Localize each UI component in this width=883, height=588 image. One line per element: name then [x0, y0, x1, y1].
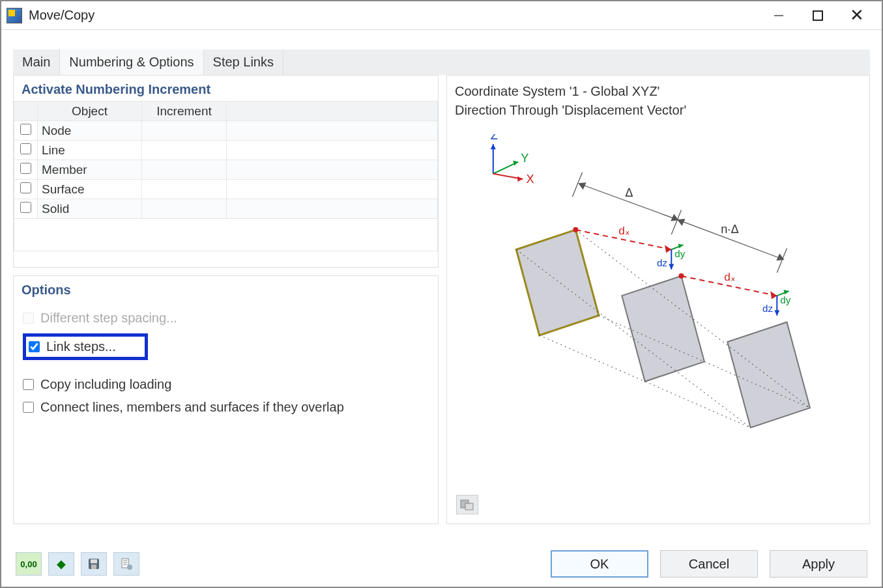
preview-panel: Coordinate System '1 - Global XYZ' Direc… — [446, 75, 870, 524]
check-diff-step — [23, 313, 34, 324]
table-row: Solid — [14, 199, 438, 219]
preview-settings-icon[interactable] — [456, 495, 478, 514]
row-label: Member — [38, 160, 142, 180]
table-row: Line — [14, 141, 438, 160]
svg-marker-3 — [513, 161, 518, 166]
col-increment: Increment — [142, 102, 227, 121]
row-inc[interactable] — [142, 199, 227, 219]
row-check-solid[interactable] — [20, 202, 31, 213]
preview-line2: Direction Through 'Displacement Vector' — [455, 101, 861, 120]
opt-diff-step: Different step spacing... — [23, 307, 429, 329]
check-link-steps[interactable] — [29, 341, 40, 352]
svg-marker-24 — [665, 245, 671, 253]
svg-marker-14 — [777, 254, 783, 260]
list-button[interactable] — [113, 552, 139, 576]
opt-connect[interactable]: Connect lines, members and surfaces if t… — [23, 396, 429, 419]
label-diff-step: Different step spacing... — [40, 311, 177, 326]
window-title: Move/Copy — [29, 8, 94, 23]
label-connect: Connect lines, members and surfaces if t… — [40, 400, 344, 415]
tab-main[interactable]: Main — [13, 49, 60, 75]
titlebar: Move/Copy ✕ — [1, 1, 882, 30]
col-object: Object — [38, 102, 142, 121]
options-title: Options — [14, 276, 438, 301]
axis-y: Y — [521, 151, 528, 165]
lbl-dx1: dₓ — [618, 224, 630, 237]
lbl-dy1: dy — [674, 248, 685, 259]
label-copy-loading: Copy including loading — [40, 377, 171, 392]
row-label: Node — [38, 121, 142, 141]
bottom-bar: 0,00 ◆ OK Cancel Apply — [1, 541, 882, 587]
preview-diagram: Z Y X Δ n·Δ — [454, 134, 863, 477]
svg-point-35 — [678, 273, 684, 279]
check-connect[interactable] — [23, 402, 34, 413]
svg-point-45 — [127, 565, 132, 570]
numbering-table: Object Increment Node Line Member — [14, 101, 438, 251]
row-check-node[interactable] — [20, 124, 31, 135]
table-row: Node — [14, 121, 438, 141]
svg-marker-5 — [517, 176, 523, 182]
dim-delta: Δ — [625, 186, 633, 199]
svg-point-34 — [573, 227, 578, 232]
lbl-dx2: dₓ — [724, 270, 736, 283]
opt-link-steps[interactable]: Link steps... — [23, 329, 429, 364]
decimals-button[interactable]: 0,00 — [16, 552, 42, 576]
svg-marker-11 — [579, 183, 585, 189]
numbering-panel: Activate Numbering Increment Object Incr… — [13, 75, 439, 268]
axis-z: Z — [491, 134, 498, 142]
tab-strip: Main Numbering & Options Step Links — [13, 49, 870, 75]
svg-marker-33 — [774, 310, 779, 315]
table-row: Surface — [14, 180, 438, 199]
apply-button[interactable]: Apply — [770, 550, 867, 578]
link-steps-highlight: Link steps... — [23, 333, 148, 360]
save-button[interactable] — [81, 552, 107, 576]
row-label: Solid — [38, 199, 142, 219]
row-inc[interactable] — [142, 141, 227, 160]
row-check-member[interactable] — [20, 163, 31, 174]
check-copy-loading[interactable] — [23, 379, 34, 390]
window-controls: ✕ — [759, 3, 876, 29]
svg-marker-29 — [669, 264, 674, 270]
svg-marker-16 — [622, 276, 704, 382]
svg-marker-25 — [770, 291, 777, 299]
row-label: Surface — [38, 180, 142, 199]
preview-line1: Coordinate System '1 - Global XYZ' — [455, 82, 861, 101]
svg-marker-17 — [727, 322, 810, 428]
close-button[interactable]: ✕ — [837, 3, 876, 29]
numbering-title: Activate Numbering Increment — [14, 76, 438, 101]
maximize-button[interactable] — [798, 3, 837, 29]
row-inc[interactable] — [142, 180, 227, 199]
tab-numbering-options[interactable]: Numbering & Options — [60, 49, 203, 75]
label-link-steps: Link steps... — [46, 339, 116, 354]
svg-line-10 — [777, 248, 787, 272]
tab-step-links[interactable]: Step Links — [204, 49, 283, 75]
app-icon — [7, 8, 22, 23]
svg-marker-15 — [516, 230, 599, 335]
table-row: Member — [14, 160, 438, 180]
axis-x: X — [526, 172, 534, 186]
row-inc[interactable] — [142, 160, 227, 180]
lbl-dy2: dy — [780, 294, 790, 305]
opt-copy-loading[interactable]: Copy including loading — [23, 373, 429, 396]
svg-rect-37 — [465, 503, 473, 510]
pick-button[interactable]: ◆ — [48, 552, 74, 576]
dim-ndelta: n·Δ — [721, 222, 738, 236]
minimize-button[interactable] — [759, 3, 798, 29]
lbl-dz2: dz — [762, 303, 773, 314]
options-panel: Options Different step spacing... Link s… — [13, 275, 439, 524]
lbl-dz1: dz — [657, 257, 667, 268]
cancel-button[interactable]: Cancel — [660, 550, 758, 578]
row-inc[interactable] — [142, 121, 227, 141]
dialog-buttons: OK Cancel Apply — [551, 550, 867, 578]
row-label: Line — [38, 141, 142, 160]
svg-marker-13 — [678, 219, 684, 225]
svg-marker-1 — [491, 144, 496, 149]
ok-button[interactable]: OK — [551, 550, 648, 578]
row-check-surface[interactable] — [20, 182, 31, 193]
row-check-line[interactable] — [20, 143, 31, 154]
svg-marker-12 — [671, 215, 678, 221]
svg-rect-40 — [91, 565, 96, 569]
svg-rect-39 — [91, 559, 97, 563]
toolbar: 0,00 ◆ — [16, 552, 139, 576]
